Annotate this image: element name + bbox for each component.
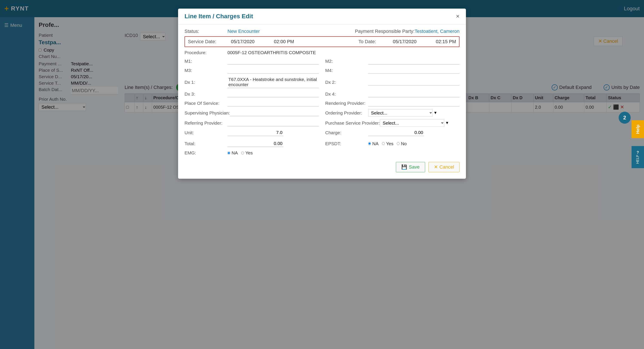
place-of-service-label: Place Of Service: [184, 101, 228, 106]
notification-badge[interactable]: 2 [619, 112, 631, 124]
epsdt-radio-group: NA Yes No [368, 141, 407, 146]
emg-na-label: NA [232, 150, 238, 156]
m2-label: M2: [325, 59, 368, 64]
modal-dialog: Line Item / Charges Edit × Status: New E… [178, 8, 466, 179]
cancel-icon: ✕ [434, 164, 438, 170]
dx2-input[interactable] [368, 79, 460, 86]
modal-body: Status: New Encounter Payment Responsibl… [178, 24, 466, 179]
service-date-label: Service Date: [188, 39, 231, 44]
epsdt-yes-radio[interactable] [382, 142, 385, 145]
emg-yes-label: Yes [245, 150, 252, 156]
help2-tab[interactable]: ? HELP [632, 146, 644, 168]
payment-party-label: Payment Responsible Party: [355, 28, 414, 34]
m4-input[interactable] [368, 67, 460, 74]
emg-row: EMG: NA Yes [184, 150, 460, 156]
service-date-row: Service Date: 05/17/2020 02:00 PM To Dat… [184, 36, 460, 47]
referring-provider-row: Referring Provider: [184, 119, 319, 127]
total-input[interactable] [228, 140, 283, 147]
m3-row: M3: [184, 67, 319, 74]
emg-yes-option[interactable]: Yes [241, 150, 252, 156]
purchase-service-row: Purchase Service Provider: Select... ▼ [325, 119, 460, 127]
dx2-label: Dx 2: [325, 80, 368, 85]
m3-input[interactable] [228, 67, 319, 74]
ordering-dropdown-icon: ▼ [434, 110, 437, 115]
dx3-input[interactable] [228, 91, 319, 97]
status-label: Status: [184, 28, 228, 34]
epsdt-no-option[interactable]: No [397, 141, 407, 146]
epsdt-label: EPSDT: [325, 141, 368, 146]
notification-count: 2 [623, 115, 626, 121]
m1-label: M1: [184, 59, 228, 64]
epsdt-no-radio[interactable] [397, 142, 400, 145]
purchase-service-label: Purchase Service Provider: [325, 120, 380, 126]
supervising-physician-label: Supervising Physician: [184, 110, 230, 116]
service-time-value: 02:00 PM [274, 39, 358, 44]
emg-na-option[interactable]: NA [228, 150, 238, 156]
procedure-label: Procedure: [184, 50, 228, 55]
emg-radio-group: NA Yes [228, 150, 252, 156]
form-grid: M1: M2: M3: M4: [184, 58, 460, 127]
ordering-provider-row: Ordering Provider: Select... ▼ [325, 109, 460, 116]
m3-label: M3: [184, 68, 228, 73]
save-label: Save [409, 164, 420, 170]
cancel-button[interactable]: ✕ Cancel [428, 162, 460, 172]
help2-label: HELP [636, 155, 640, 164]
dx3-label: Dx 3: [184, 92, 228, 97]
modal-title: Line Item / Charges Edit [184, 13, 253, 20]
save-button[interactable]: 💾 Save [396, 162, 425, 172]
save-icon: 💾 [401, 164, 407, 170]
place-of-service-input[interactable] [228, 100, 319, 106]
rendering-provider-label: Rendering Provider: [325, 101, 368, 106]
epsdt-row: EPSDT: NA Yes No [325, 140, 460, 147]
total-row: Total: [184, 140, 319, 147]
epsdt-yes-option[interactable]: Yes [382, 141, 393, 146]
supervising-physician-input[interactable] [230, 110, 319, 116]
dx4-label: Dx 4: [325, 92, 368, 97]
help-label: Help [636, 124, 640, 134]
to-date-value: 05/17/2020 [393, 39, 436, 44]
emg-na-radio[interactable] [228, 152, 230, 154]
dx4-row: Dx 4: [325, 91, 460, 97]
referring-provider-label: Referring Provider: [184, 120, 228, 126]
help-tab[interactable]: Help [632, 120, 644, 138]
m1-row: M1: [184, 58, 319, 64]
status-row: Status: New Encounter Payment Responsibl… [184, 28, 460, 34]
charge-input[interactable] [368, 129, 424, 136]
referring-provider-input[interactable] [228, 120, 319, 126]
supervising-physician-row: Supervising Physician: [184, 109, 319, 116]
epsdt-no-label: No [401, 141, 407, 146]
epsdt-na-label: NA [372, 141, 378, 146]
unit-input[interactable] [228, 129, 283, 136]
help2-icon: ? [637, 150, 639, 155]
place-of-service-row: Place Of Service: [184, 100, 319, 106]
m1-input[interactable] [228, 58, 319, 64]
payment-party-value: Testoatient, Cameron [414, 28, 460, 34]
emg-yes-radio[interactable] [241, 152, 244, 154]
m4-row: M4: [325, 67, 460, 74]
dx4-input[interactable] [368, 91, 460, 97]
procedure-row: Procedure: 0005F-12 OSTEOARTHRITIS COMPO… [184, 50, 460, 55]
purchase-service-select[interactable]: Select... [380, 119, 444, 127]
ordering-provider-label: Ordering Provider: [325, 110, 368, 116]
unit-row: Unit: [184, 129, 319, 136]
rendering-provider-input[interactable] [368, 100, 460, 106]
modal-close-button[interactable]: × [456, 13, 460, 19]
modal-footer: 💾 Save ✕ Cancel [184, 160, 460, 172]
modal-backdrop: Line Item / Charges Edit × Status: New E… [0, 0, 644, 349]
m4-label: M4: [325, 68, 368, 73]
ordering-provider-select[interactable]: Select... [368, 109, 433, 116]
service-date-value: 05/17/2020 [231, 39, 274, 44]
dx3-row: Dx 3: [184, 91, 319, 97]
charge-label: Charge: [325, 130, 368, 135]
epsdt-na-radio[interactable] [368, 142, 371, 145]
dx1-value: T67.0XXA - Heatstroke and sunstroke, ini… [228, 76, 319, 88]
epsdt-yes-label: Yes [386, 141, 393, 146]
m2-input[interactable] [368, 58, 460, 64]
procedure-value: 0005F-12 OSTEOARTHRITIS COMPOSITE [228, 50, 316, 55]
emg-label: EMG: [184, 150, 228, 156]
modal-header: Line Item / Charges Edit × [178, 8, 466, 24]
unit-label: Unit: [184, 130, 228, 135]
status-value: New Encounter [228, 28, 355, 34]
to-date-label: To Date: [358, 39, 393, 44]
epsdt-na-option[interactable]: NA [368, 141, 378, 146]
